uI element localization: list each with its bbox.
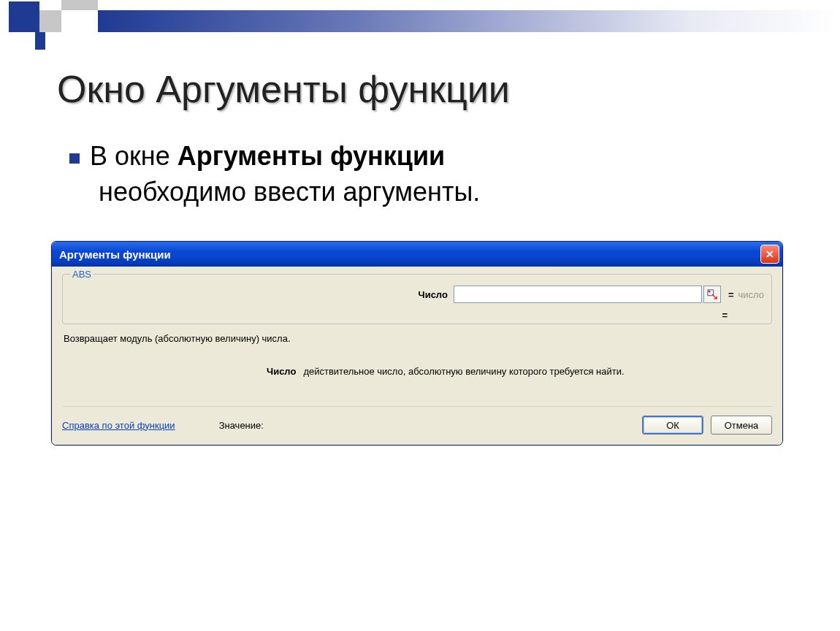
argument-row: Число = число [70, 286, 764, 303]
value-label: Значение: [219, 420, 264, 431]
slide-decoration [0, 0, 840, 51]
argument-label: Число [419, 289, 448, 300]
ok-button[interactable]: ОК [642, 416, 703, 435]
deco-square-gray [39, 10, 61, 32]
bullet-icon [69, 153, 80, 164]
deco-stripe-dark [35, 32, 45, 50]
slide-body: В окне Аргументы функции необходимо ввес… [69, 139, 480, 210]
body-prefix: В окне [90, 141, 177, 171]
equals-sign: = [728, 289, 734, 300]
deco-bar-gray [61, 0, 98, 10]
dialog-titlebar[interactable]: Аргументы функции ✕ [52, 242, 782, 267]
close-button[interactable]: ✕ [760, 245, 779, 264]
body-suffix: необходимо ввести аргументы. [91, 177, 480, 207]
function-arguments-dialog: Аргументы функции ✕ ABS Число [51, 241, 783, 445]
function-description: Возвращает модуль (абсолютную величину) … [64, 333, 771, 344]
equals-sign-lower: = [722, 310, 728, 321]
dialog-body: ABS Число = число = Возв [52, 267, 782, 445]
close-icon: ✕ [765, 249, 774, 259]
input-wrapper [454, 286, 721, 303]
deco-gradient-bar [98, 10, 840, 32]
argument-name: Число [267, 366, 296, 377]
group-legend: ABS [70, 269, 93, 280]
body-bold: Аргументы функции [177, 141, 446, 171]
result-placeholder: число [738, 289, 765, 300]
argument-input[interactable] [454, 286, 702, 303]
slide-title: Окно Аргументы функции [57, 67, 510, 111]
range-selector-icon [707, 289, 717, 299]
svg-rect-1 [709, 291, 711, 293]
dialog-title: Аргументы функции [59, 248, 171, 261]
argument-group: ABS Число = число = [62, 274, 772, 324]
deco-square-dark [9, 1, 39, 32]
dialog-footer: Справка по этой функции Значение: ОК Отм… [62, 406, 772, 435]
argument-help-text: действительное число, абсолютную величин… [303, 366, 624, 377]
cancel-button[interactable]: Отмена [711, 416, 772, 435]
range-selector-button[interactable] [703, 286, 721, 303]
argument-description-row: Число действительное число, абсолютную в… [267, 366, 771, 377]
footer-buttons: ОК Отмена [642, 416, 772, 435]
footer-left: Справка по этой функции Значение: [62, 420, 264, 431]
help-link[interactable]: Справка по этой функции [62, 420, 175, 431]
